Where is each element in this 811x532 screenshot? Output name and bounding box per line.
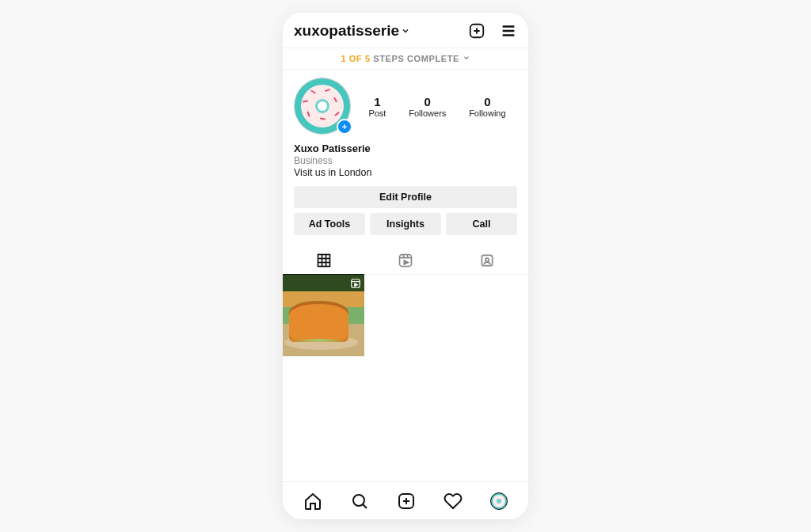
nav-home-icon[interactable] (303, 492, 322, 511)
svg-rect-8 (318, 254, 329, 266)
profile-tabs (283, 246, 528, 275)
svg-line-24 (363, 504, 367, 508)
stat-followers[interactable]: 0 Followers (409, 95, 446, 118)
svg-marker-17 (404, 260, 408, 264)
reel-badge-icon (350, 278, 361, 289)
grid-icon (316, 253, 332, 268)
stat-num: 0 (469, 95, 505, 108)
stat-label: Followers (409, 108, 446, 118)
svg-point-19 (485, 258, 489, 261)
phone-frame: xuxopatisserie 1 OF 5 STEPS COMPLETE (283, 13, 528, 519)
header-actions (468, 22, 517, 40)
stat-posts[interactable]: 1 Post (368, 95, 386, 118)
avatar[interactable] (294, 78, 351, 135)
profile-bio: Xuxo Patisserie Business Visit us in Lon… (294, 142, 517, 178)
svg-marker-22 (355, 283, 358, 287)
post-thumbnail[interactable] (283, 275, 364, 356)
add-story-icon[interactable] (337, 119, 352, 135)
chevron-down-icon (463, 54, 470, 62)
profile-stats: 1 Post 0 Followers 0 Following (357, 95, 517, 118)
username-dropdown[interactable]: xuxopatisserie (294, 22, 410, 40)
tagged-icon (479, 253, 495, 268)
tab-grid[interactable] (283, 246, 364, 275)
insights-button[interactable]: Insights (370, 213, 441, 235)
stat-num: 1 (368, 95, 386, 108)
profile-header: xuxopatisserie (283, 13, 528, 48)
profile-section: 1 Post 0 Followers 0 Following Xuxo Pati… (283, 70, 528, 178)
ad-tools-button[interactable]: Ad Tools (294, 213, 365, 235)
svg-point-23 (353, 495, 364, 506)
onboarding-steps-bar[interactable]: 1 OF 5 STEPS COMPLETE (283, 48, 528, 69)
edit-profile-button[interactable]: Edit Profile (294, 186, 517, 208)
profile-buttons: Edit Profile Ad Tools Insights Call (283, 178, 528, 235)
nav-activity-icon[interactable] (444, 492, 463, 511)
username-text: xuxopatisserie (294, 22, 399, 40)
steps-count: 1 OF 5 (341, 54, 370, 63)
nav-create-icon[interactable] (397, 492, 416, 511)
menu-icon[interactable] (500, 22, 517, 40)
profile-description: Visit us in London (294, 167, 517, 178)
nav-profile-avatar[interactable] (490, 492, 508, 510)
tab-tagged[interactable] (447, 246, 528, 275)
posts-grid (283, 275, 528, 481)
stat-num: 0 (409, 95, 446, 108)
profile-category: Business (294, 155, 517, 166)
nav-search-icon[interactable] (350, 492, 369, 511)
profile-top-row: 1 Post 0 Followers 0 Following (294, 78, 517, 135)
steps-label: STEPS COMPLETE (373, 54, 459, 63)
tab-reels[interactable] (364, 246, 446, 275)
stat-label: Following (469, 108, 505, 118)
create-post-icon[interactable] (468, 22, 485, 40)
call-button[interactable]: Call (446, 213, 517, 235)
bottom-nav (283, 481, 528, 519)
stat-following[interactable]: 0 Following (469, 95, 505, 118)
reels-icon (398, 253, 413, 268)
stat-label: Post (368, 108, 386, 118)
profile-display-name: Xuxo Patisserie (294, 142, 517, 154)
chevron-down-icon (401, 26, 410, 36)
